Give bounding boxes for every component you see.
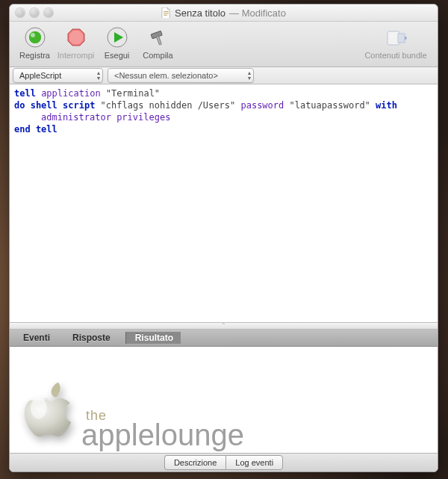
status-bar: Descrizione Log eventi [10, 453, 438, 472]
watermark-big: applelounge [81, 421, 244, 448]
svg-rect-9 [156, 36, 161, 45]
tab-events[interactable]: Eventi [16, 332, 57, 344]
window-title: Senza titolo — Modificato [10, 7, 438, 19]
record-label: Registra [19, 51, 50, 60]
modified-indicator: — Modificato [229, 7, 286, 19]
result-pane: the applelounge [10, 347, 438, 453]
script-editor-window: Senza titolo — Modificato Registra Inter… [9, 4, 438, 472]
code-keyword: tell [14, 88, 36, 99]
run-button[interactable]: Esegui [96, 25, 137, 60]
zoom-button[interactable] [44, 8, 53, 17]
svg-marker-12 [405, 36, 407, 40]
record-button[interactable]: Registra [14, 25, 55, 60]
code-string: "latuapassword" [284, 100, 376, 111]
code-token: application [36, 88, 101, 99]
description-toggle[interactable]: Descrizione [164, 455, 225, 470]
titlebar[interactable]: Senza titolo — Modificato [10, 4, 438, 22]
code-keyword: end tell [14, 124, 57, 135]
code-token: password [240, 100, 284, 111]
record-icon [22, 25, 48, 50]
close-button[interactable] [16, 8, 25, 17]
element-value: <Nessun elem. selezionato> [114, 71, 218, 80]
stop-icon [63, 25, 89, 50]
run-label: Esegui [105, 51, 130, 60]
code-string: "Terminal" [101, 88, 160, 99]
eventlog-toggle[interactable]: Log eventi [225, 455, 283, 470]
language-popup[interactable]: AppleScript ▴▾ [13, 68, 103, 83]
svg-point-13 [31, 398, 47, 419]
script-editor[interactable]: tell application "Terminal" do shell scr… [10, 84, 438, 323]
document-icon [161, 7, 171, 19]
svg-marker-5 [69, 31, 83, 44]
bundle-label: Contenuti bundle [364, 51, 426, 60]
chevron-updown-icon: ▴▾ [248, 70, 251, 81]
chevron-updown-icon: ▴▾ [97, 70, 100, 81]
code-keyword: with [376, 100, 397, 111]
drawer-icon [383, 25, 408, 50]
bundle-contents-button[interactable]: Contenuti bundle [358, 25, 433, 60]
toolbar: Registra Interrompi Esegui [10, 22, 438, 67]
element-popup[interactable]: <Nessun elem. selezionato> ▴▾ [108, 68, 254, 83]
svg-point-3 [31, 33, 35, 37]
tab-result[interactable]: Risultato [125, 332, 181, 344]
code-string: "chflags nohidden /Users" [95, 100, 240, 111]
compile-label: Compila [143, 51, 172, 60]
stop-button[interactable]: Interrompi [55, 25, 96, 60]
hammer-icon [146, 25, 171, 50]
language-value: AppleScript [19, 71, 61, 80]
svg-rect-11 [398, 34, 405, 43]
compile-button[interactable]: Compila [137, 25, 178, 60]
traffic-lights [16, 8, 53, 17]
minimize-button[interactable] [30, 8, 39, 17]
code-keyword: do shell script [14, 100, 95, 111]
watermark: the applelounge [17, 381, 244, 448]
stop-label: Interrompi [57, 51, 95, 60]
tab-replies[interactable]: Risposte [65, 332, 118, 344]
svg-point-2 [29, 31, 41, 43]
split-handle[interactable]: ⌃ [10, 323, 438, 330]
code-token: administrator privileges [41, 112, 170, 123]
document-title: Senza titolo [175, 7, 225, 19]
apple-logo-icon [17, 381, 84, 448]
navigation-bar: AppleScript ▴▾ <Nessun elem. selezionato… [10, 67, 438, 84]
play-icon [105, 25, 130, 50]
result-tabs: Eventi Risposte Risultato [10, 330, 438, 347]
